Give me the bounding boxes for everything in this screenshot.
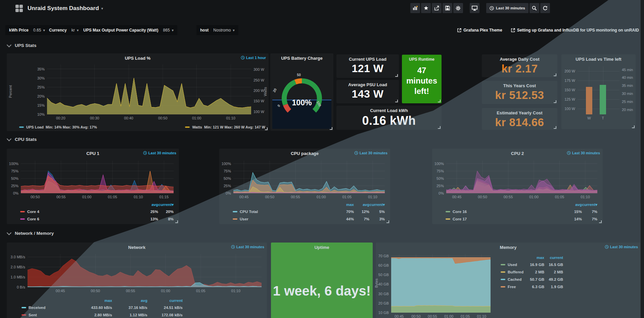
row-header-cpu-stats[interactable]: CPU Stats <box>7 137 37 142</box>
legend-row[interactable]: Cached50.7 GB49.2 GB <box>501 276 563 283</box>
legend-values: 15%7% <box>566 210 597 214</box>
legend-series-label: Core 4 <box>27 210 39 214</box>
legend-row[interactable]: Sent2.80 MB/s1.12 MB/s172.08 kB/s <box>21 311 183 318</box>
resize-handle[interactable] <box>632 125 635 128</box>
variable-value[interactable]: 0.65 <box>33 28 41 33</box>
resize-handle[interactable] <box>599 220 602 223</box>
resize-handle[interactable] <box>330 127 332 130</box>
resize-handle[interactable] <box>386 220 389 223</box>
time-range-picker[interactable]: Last 30 minutes <box>486 3 528 13</box>
legend-value: 8% <box>158 217 174 221</box>
resize-handle[interactable] <box>554 73 556 76</box>
panel-title[interactable]: UPS Load % <box>7 53 269 61</box>
legend-row[interactable]: Received433.60 kB/s37.16 kB/s24.51 kB/s <box>21 304 183 311</box>
resize-handle[interactable] <box>175 220 178 223</box>
legend-column-header[interactable]: current▾ <box>369 202 385 207</box>
link-ups-monitoring-guide[interactable]: Setting up Grafana and InfluxDB for UPS … <box>511 28 639 33</box>
panel-time-range[interactable]: Last 30 minutes <box>605 245 638 249</box>
add-panel-icon <box>413 6 418 10</box>
cpu-package-legend: maxavgcurrent▾CPU Total70%12%5%User44%7%… <box>233 201 385 223</box>
variable-currency[interactable]: Currency kr ▾ <box>45 25 82 35</box>
bar-W[interactable] <box>586 87 592 114</box>
resize-handle[interactable] <box>265 127 268 130</box>
panel-title[interactable]: Uptime <box>271 243 373 250</box>
refresh-button[interactable] <box>540 3 550 13</box>
variable-ups-max-output[interactable]: UPS Max Output Power Capacity (Watt) 865… <box>80 25 177 35</box>
chevron-down-icon: ▾ <box>101 6 103 11</box>
legend-row[interactable]: Core 1714%7% <box>446 215 597 223</box>
legend-column-header[interactable]: current <box>544 256 563 260</box>
clock-icon <box>567 151 571 155</box>
panel-title[interactable]: Estimated Yearly Cost <box>482 108 557 115</box>
legend-column-header[interactable]: current▾ <box>158 202 174 207</box>
legend-label[interactable]: UPS Load <box>26 125 44 129</box>
variable-host[interactable]: host Nostromo ▾ <box>196 25 238 35</box>
panel-time-range[interactable]: Last 30 minutes <box>143 151 176 155</box>
x-axis-tick: 01:00 <box>317 195 326 199</box>
legend-column-header[interactable]: current <box>147 299 183 303</box>
resize-handle[interactable] <box>395 74 398 77</box>
panel-time-range[interactable]: Last 30 minutes <box>231 245 264 249</box>
scrollbar[interactable] <box>640 0 644 318</box>
dashboard-links: Grafana Plex Theme Setting up Grafana an… <box>449 25 639 35</box>
dashboard-title[interactable]: Unraid System Dashboard <box>28 5 99 12</box>
legend-column-header[interactable]: avg <box>354 203 369 207</box>
row-header-network-memory[interactable]: Network / Memory <box>7 231 54 236</box>
panel-title[interactable]: UPS Load vs Time left <box>561 54 636 62</box>
panel-time-range[interactable]: Last 30 minutes <box>354 151 387 155</box>
variable-value[interactable]: 865 <box>163 28 170 33</box>
panel-title[interactable]: Network <box>7 243 267 250</box>
variable-value[interactable]: Nostromo <box>213 28 231 33</box>
dashboard-title-menu[interactable]: Unraid System Dashboard ▾ <box>15 5 103 12</box>
resize-handle[interactable] <box>438 126 441 129</box>
legend-column-header[interactable]: avg <box>566 203 582 207</box>
save-button[interactable] <box>443 3 452 13</box>
settings-button[interactable] <box>453 3 463 13</box>
panel-title[interactable]: UPS Runtime <box>402 55 442 62</box>
search-button[interactable] <box>530 3 539 13</box>
legend-row[interactable]: CPU Total70%12%5% <box>233 208 385 215</box>
panel-title[interactable]: Average Daily Cost <box>482 54 557 62</box>
add-panel-button[interactable] <box>410 3 420 13</box>
panel-title[interactable]: UPS Battery Charge <box>270 53 333 61</box>
legend-column-header[interactable]: current▾ <box>582 202 597 207</box>
variable-value[interactable]: kr <box>72 28 75 33</box>
legend-row[interactable]: User44%7%3% <box>233 215 385 223</box>
legend-row[interactable]: Core 613%8% <box>20 215 174 223</box>
panel-title[interactable]: Current Load kWh <box>336 106 442 113</box>
legend-column-header[interactable]: max <box>77 299 112 303</box>
legend-column-header[interactable]: avg <box>112 299 147 303</box>
legend-label[interactable]: Watts <box>192 125 202 129</box>
legend-column-header[interactable]: max <box>338 203 354 207</box>
panel-title[interactable]: Memory <box>376 243 641 250</box>
resize-handle[interactable] <box>395 100 398 102</box>
grafana-apps-icon[interactable] <box>15 5 23 12</box>
legend-series-label: Core 6 <box>27 217 39 221</box>
legend-row[interactable]: Core 425%20% <box>20 208 174 215</box>
bar-T[interactable] <box>600 85 606 114</box>
panel-title[interactable]: Current UPS Load <box>336 54 399 62</box>
cpu1-svg <box>21 161 174 193</box>
legend-row[interactable]: Free6.3 GB1.9 GB <box>501 283 563 290</box>
row-header-ups-stats[interactable]: UPS Stats <box>7 43 37 48</box>
star-button[interactable] <box>421 3 431 13</box>
panel-title[interactable]: Average PSU Load <box>336 80 399 87</box>
resize-handle[interactable] <box>554 126 556 129</box>
legend-item-watts[interactable]: Watts Min: 121 W Max: 260 W Avg: 147 W <box>185 125 265 129</box>
link-grafana-plex-theme[interactable]: Grafana Plex Theme <box>457 28 502 33</box>
legend-row[interactable]: Core 1615%7% <box>446 208 597 215</box>
y-axis-tick-right: 30 min <box>619 92 633 96</box>
resize-handle[interactable] <box>554 100 556 103</box>
panel-time-range[interactable]: Last 30 minutes <box>567 151 600 155</box>
cycle-view-button[interactable] <box>470 3 479 13</box>
panel-title[interactable]: This Years Cost <box>482 81 557 88</box>
legend-item-ups-load[interactable]: UPS Load Min: 14% Max: 30% Avg: 17% <box>19 125 97 129</box>
resize-handle[interactable] <box>438 100 441 102</box>
legend-row[interactable]: Used16.9 GB16.5 GB <box>501 261 563 268</box>
variable-kwh-price[interactable]: kWh Price 0.65 ▾ <box>5 25 49 35</box>
legend-column-header[interactable]: avg <box>143 203 158 207</box>
share-button[interactable] <box>432 3 442 13</box>
legend-row[interactable]: Buffered2 MB2 MB <box>501 268 563 276</box>
panel-time-range[interactable]: Last 1 hour <box>241 56 266 60</box>
legend-column-header[interactable]: max <box>525 256 544 260</box>
